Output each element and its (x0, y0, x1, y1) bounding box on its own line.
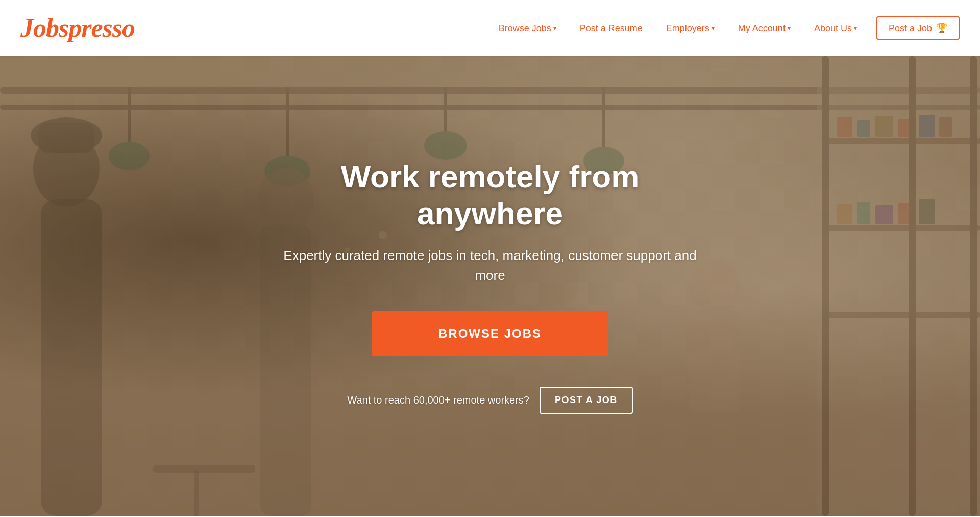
chevron-down-icon: ▾ (788, 25, 791, 32)
nav-item-employers[interactable]: Employers ▾ (657, 19, 724, 38)
nav-item-my-account[interactable]: My Account ▾ (729, 19, 800, 38)
logo[interactable]: Jobspresso (20, 15, 135, 41)
hero-title: Work remotely from anywhere (281, 158, 699, 231)
main-nav: Browse Jobs ▾ Post a Resume Employers ▾ … (489, 16, 960, 40)
hero-subtitle: Expertly curated remote jobs in tech, ma… (281, 246, 699, 286)
trophy-icon: 🏆 (936, 22, 947, 34)
nav-label-about-us: About Us (814, 23, 852, 34)
nav-label-browse-jobs: Browse Jobs (499, 23, 551, 34)
hero-content: Work remotely from anywhere Expertly cur… (260, 158, 720, 414)
nav-item-about-us[interactable]: About Us ▾ (805, 19, 866, 38)
nav-item-post-resume[interactable]: Post a Resume (571, 19, 652, 38)
nav-item-browse-jobs[interactable]: Browse Jobs ▾ (489, 19, 566, 38)
browse-jobs-button[interactable]: BROWSE JOBS (372, 311, 608, 356)
hero-section: Work remotely from anywhere Expertly cur… (0, 56, 980, 516)
header: Jobspresso Browse Jobs ▾ Post a Resume E… (0, 0, 980, 56)
post-job-hero-button[interactable]: POST A JOB (540, 387, 633, 414)
post-job-header-button[interactable]: Post a Job 🏆 (876, 16, 960, 40)
chevron-down-icon: ▾ (854, 25, 857, 32)
chevron-down-icon: ▾ (553, 25, 556, 32)
nav-label-employers: Employers (666, 23, 709, 34)
hero-bottom-cta: Want to reach 60,000+ remote workers? PO… (281, 387, 699, 414)
post-job-header-label: Post a Job (889, 23, 932, 34)
chevron-down-icon: ▾ (712, 25, 715, 32)
nav-label-my-account: My Account (738, 23, 786, 34)
reach-workers-text: Want to reach 60,000+ remote workers? (347, 394, 529, 406)
nav-label-post-resume: Post a Resume (580, 23, 643, 34)
